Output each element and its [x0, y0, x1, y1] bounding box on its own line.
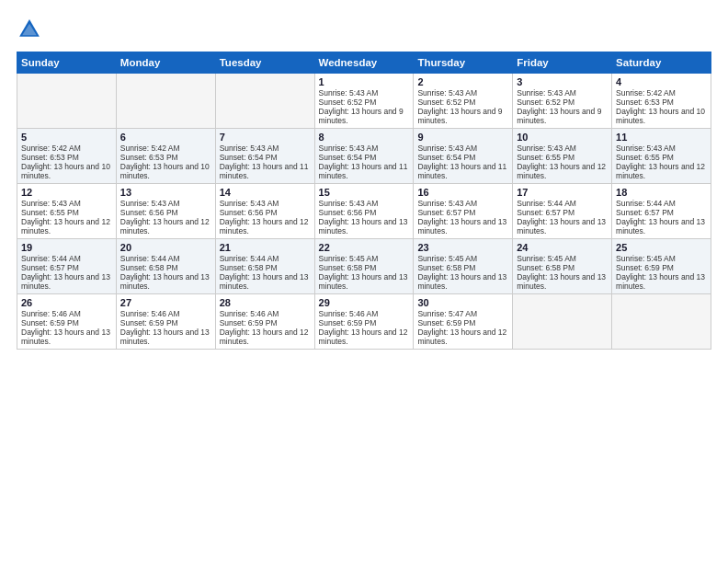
calendar-table: SundayMondayTuesdayWednesdayThursdayFrid… — [17, 52, 711, 350]
sunrise-label: Sunrise: 5:44 AM — [517, 199, 576, 208]
daylight-label: Daylight: 13 hours and 10 minutes. — [120, 162, 210, 180]
daylight-label: Daylight: 13 hours and 13 minutes. — [517, 217, 606, 236]
daylight-label: Daylight: 13 hours and 12 minutes. — [21, 217, 110, 236]
daylight-label: Daylight: 13 hours and 13 minutes. — [616, 272, 705, 291]
sunrise-label: Sunrise: 5:43 AM — [417, 199, 477, 208]
sunrise-label: Sunrise: 5:43 AM — [220, 199, 279, 208]
sunrise-label: Sunrise: 5:43 AM — [616, 144, 676, 153]
daylight-label: Daylight: 13 hours and 13 minutes. — [417, 217, 506, 236]
day-number: 23 — [417, 242, 508, 253]
sunset-label: Sunset: 6:55 PM — [616, 153, 674, 162]
sunset-label: Sunset: 6:55 PM — [517, 153, 574, 162]
sunset-label: Sunset: 6:52 PM — [517, 98, 574, 107]
daylight-label: Daylight: 13 hours and 13 minutes. — [319, 272, 408, 291]
calendar-cell: 10 Sunrise: 5:43 AM Sunset: 6:55 PM Dayl… — [513, 129, 612, 184]
calendar-cell: 22 Sunrise: 5:45 AM Sunset: 6:58 PM Dayl… — [314, 239, 414, 294]
calendar-cell: 29 Sunrise: 5:46 AM Sunset: 6:59 PM Dayl… — [314, 294, 414, 350]
day-number: 30 — [417, 297, 508, 308]
calendar-cell: 1 Sunrise: 5:43 AM Sunset: 6:52 PM Dayli… — [314, 74, 414, 129]
day-number: 29 — [319, 297, 410, 308]
sunset-label: Sunset: 6:59 PM — [21, 318, 79, 327]
day-number: 7 — [220, 132, 311, 143]
day-number: 19 — [21, 242, 112, 253]
daylight-label: Daylight: 13 hours and 11 minutes. — [220, 162, 309, 180]
calendar-cell: 5 Sunrise: 5:42 AM Sunset: 6:53 PM Dayli… — [17, 129, 117, 184]
sunrise-label: Sunrise: 5:44 AM — [21, 254, 81, 263]
day-number: 6 — [120, 132, 211, 143]
day-number: 10 — [517, 132, 608, 143]
day-number: 15 — [319, 187, 410, 198]
day-number: 4 — [616, 76, 707, 87]
daylight-label: Daylight: 13 hours and 10 minutes. — [21, 162, 110, 180]
sunrise-label: Sunrise: 5:44 AM — [220, 254, 279, 263]
sunset-label: Sunset: 6:59 PM — [417, 318, 475, 327]
sunrise-label: Sunrise: 5:47 AM — [417, 309, 477, 318]
sunrise-label: Sunrise: 5:43 AM — [319, 199, 379, 208]
calendar-cell: 23 Sunrise: 5:45 AM Sunset: 6:58 PM Dayl… — [414, 239, 513, 294]
daylight-label: Daylight: 13 hours and 12 minutes. — [319, 327, 408, 346]
sunrise-label: Sunrise: 5:45 AM — [417, 254, 477, 263]
logo — [17, 17, 46, 42]
day-number: 2 — [417, 76, 508, 87]
calendar-cell — [612, 294, 711, 350]
sunset-label: Sunset: 6:59 PM — [120, 318, 178, 327]
day-number: 16 — [417, 187, 508, 198]
day-number: 5 — [21, 132, 112, 143]
sunset-label: Sunset: 6:53 PM — [21, 153, 79, 162]
day-number: 20 — [120, 242, 211, 253]
sunset-label: Sunset: 6:57 PM — [417, 208, 475, 217]
daylight-label: Daylight: 13 hours and 13 minutes. — [417, 272, 506, 291]
daylight-label: Daylight: 13 hours and 13 minutes. — [120, 272, 210, 291]
sunrise-label: Sunrise: 5:43 AM — [417, 144, 477, 153]
sunset-label: Sunset: 6:54 PM — [417, 153, 475, 162]
daylight-label: Daylight: 13 hours and 10 minutes. — [616, 107, 705, 125]
calendar-cell: 30 Sunrise: 5:47 AM Sunset: 6:59 PM Dayl… — [414, 294, 513, 350]
day-number: 21 — [220, 242, 311, 253]
calendar-week-row: 26 Sunrise: 5:46 AM Sunset: 6:59 PM Dayl… — [17, 294, 711, 350]
day-number: 14 — [220, 187, 311, 198]
page: SundayMondayTuesdayWednesdayThursdayFrid… — [0, 0, 728, 563]
weekday-header: Saturday — [612, 52, 711, 74]
calendar-cell — [17, 74, 117, 129]
sunrise-label: Sunrise: 5:43 AM — [517, 88, 576, 98]
day-number: 22 — [319, 242, 410, 253]
sunset-label: Sunset: 6:52 PM — [417, 98, 475, 107]
daylight-label: Daylight: 13 hours and 13 minutes. — [120, 327, 210, 346]
sunset-label: Sunset: 6:58 PM — [120, 263, 178, 272]
day-number: 24 — [517, 242, 608, 253]
sunset-label: Sunset: 6:55 PM — [21, 208, 79, 217]
calendar-cell: 6 Sunrise: 5:42 AM Sunset: 6:53 PM Dayli… — [116, 129, 215, 184]
calendar-cell: 14 Sunrise: 5:43 AM Sunset: 6:56 PM Dayl… — [215, 184, 314, 239]
sunset-label: Sunset: 6:54 PM — [319, 153, 377, 162]
day-number: 26 — [21, 297, 112, 308]
sunrise-label: Sunrise: 5:46 AM — [120, 309, 180, 318]
calendar-cell: 27 Sunrise: 5:46 AM Sunset: 6:59 PM Dayl… — [116, 294, 215, 350]
daylight-label: Daylight: 13 hours and 12 minutes. — [417, 327, 506, 346]
daylight-label: Daylight: 13 hours and 9 minutes. — [417, 107, 502, 125]
sunset-label: Sunset: 6:56 PM — [319, 208, 377, 217]
calendar-cell: 3 Sunrise: 5:43 AM Sunset: 6:52 PM Dayli… — [513, 74, 612, 129]
calendar-cell: 8 Sunrise: 5:43 AM Sunset: 6:54 PM Dayli… — [314, 129, 414, 184]
weekday-header: Sunday — [17, 52, 117, 74]
sunset-label: Sunset: 6:53 PM — [120, 153, 178, 162]
sunrise-label: Sunrise: 5:43 AM — [319, 144, 379, 153]
sunset-label: Sunset: 6:59 PM — [319, 318, 377, 327]
day-number: 8 — [319, 132, 410, 143]
daylight-label: Daylight: 13 hours and 12 minutes. — [616, 162, 705, 180]
calendar-cell: 26 Sunrise: 5:46 AM Sunset: 6:59 PM Dayl… — [17, 294, 117, 350]
sunrise-label: Sunrise: 5:45 AM — [319, 254, 379, 263]
sunset-label: Sunset: 6:59 PM — [220, 318, 278, 327]
sunset-label: Sunset: 6:56 PM — [220, 208, 278, 217]
sunset-label: Sunset: 6:58 PM — [319, 263, 377, 272]
calendar-cell: 18 Sunrise: 5:44 AM Sunset: 6:57 PM Dayl… — [612, 184, 711, 239]
calendar-week-row: 12 Sunrise: 5:43 AM Sunset: 6:55 PM Dayl… — [17, 184, 711, 239]
sunset-label: Sunset: 6:59 PM — [616, 263, 674, 272]
calendar-cell: 12 Sunrise: 5:43 AM Sunset: 6:55 PM Dayl… — [17, 184, 117, 239]
daylight-label: Daylight: 13 hours and 13 minutes. — [319, 217, 408, 236]
day-number: 3 — [517, 76, 608, 87]
day-number: 28 — [220, 297, 311, 308]
sunset-label: Sunset: 6:57 PM — [517, 208, 574, 217]
daylight-label: Daylight: 13 hours and 12 minutes. — [220, 217, 309, 236]
daylight-label: Daylight: 13 hours and 13 minutes. — [21, 272, 110, 291]
calendar-cell: 2 Sunrise: 5:43 AM Sunset: 6:52 PM Dayli… — [414, 74, 513, 129]
